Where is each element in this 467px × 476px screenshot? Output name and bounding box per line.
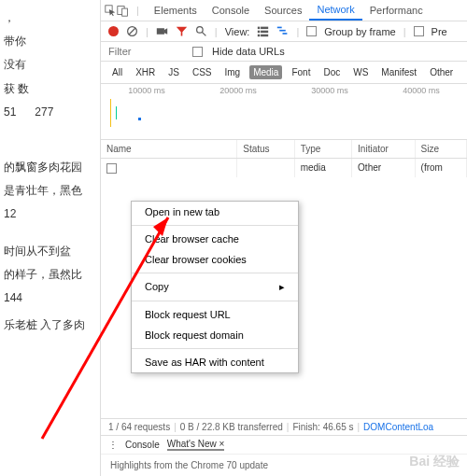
filter-img[interactable]: Img	[220, 65, 244, 79]
svg-line-7	[202, 32, 205, 35]
cell-name	[101, 159, 237, 177]
preserve-label: Pre	[432, 26, 447, 37]
divider: |	[403, 26, 406, 37]
waterfall-view-icon[interactable]	[276, 25, 289, 37]
svg-rect-8	[258, 27, 260, 29]
svg-rect-15	[280, 30, 287, 32]
svg-line-4	[129, 28, 135, 35]
menu-clear-cookies[interactable]: Clear browser cookies	[132, 249, 298, 270]
col-size[interactable]: Size	[416, 140, 467, 158]
drawer-tab-console[interactable]: Console	[125, 440, 160, 450]
svg-rect-16	[283, 33, 288, 35]
devtools-tabs: | Elements Console Sources Network Perfo…	[101, 0, 467, 21]
svg-point-6	[196, 27, 203, 34]
camera-icon[interactable]	[156, 25, 168, 37]
table-row[interactable]: media Other (from	[101, 159, 467, 177]
col-initiator[interactable]: Initiator	[352, 140, 416, 158]
preserve-checkbox[interactable]	[414, 26, 424, 36]
svg-rect-10	[258, 31, 260, 33]
page-text: 乐老桩 入了多肉	[4, 316, 96, 334]
record-button[interactable]	[108, 26, 119, 36]
page-text: 带你	[4, 33, 96, 50]
filter-ws[interactable]: WS	[349, 65, 372, 79]
hide-urls-checkbox[interactable]	[192, 47, 203, 57]
filter-css[interactable]: CSS	[189, 65, 216, 79]
filter-row: Hide data URLs	[101, 42, 467, 62]
watermark: Bai 经验	[409, 454, 460, 470]
filter-types: All XHR JS CSS Img Media Font Doc WS Man…	[101, 62, 467, 84]
svg-rect-2	[122, 8, 128, 16]
filter-all[interactable]: All	[108, 65, 126, 79]
chevron-right-icon: ▸	[279, 281, 285, 293]
cell-size: (from	[416, 159, 467, 177]
status-finish: Finish: 46.65 s	[292, 422, 353, 432]
network-table-head: Name Status Type Initiator Size	[101, 140, 467, 159]
timeline[interactable]: 10000 ms 20000 ms 30000 ms 40000 ms	[101, 84, 467, 140]
filter-media[interactable]: Media	[249, 65, 282, 79]
timeline-mark	[110, 99, 111, 127]
kebab-icon[interactable]: ⋮	[108, 440, 118, 450]
cell-type: media	[295, 159, 352, 177]
tab-network[interactable]: Network	[309, 0, 361, 21]
status-dom: DOMContentLoa	[363, 422, 433, 432]
divider: |	[357, 422, 360, 432]
cell-status	[237, 159, 294, 177]
tick: 30000 ms	[311, 86, 348, 95]
timeline-dot	[138, 118, 141, 120]
page-content-pane: ， 带你 没有 获 数 51 277 的飘窗多肉花园 是青壮年，黑色 12 时间…	[0, 0, 101, 476]
svg-rect-11	[261, 31, 268, 33]
tab-sources[interactable]: Sources	[257, 1, 309, 20]
divider: |	[129, 1, 147, 20]
col-status[interactable]: Status	[237, 140, 294, 158]
page-text: 的样子，虽然比	[4, 266, 96, 284]
status-bar: 1 / 64 requests | 0 B / 22.8 KB transfer…	[101, 418, 467, 435]
inspect-icon[interactable]	[105, 5, 117, 17]
device-icon[interactable]	[117, 5, 129, 17]
menu-clear-cache[interactable]: Clear browser cache	[132, 229, 298, 249]
svg-rect-12	[258, 35, 260, 36]
view-label: View:	[225, 26, 250, 37]
filter-xhr[interactable]: XHR	[132, 65, 159, 79]
divider: |	[174, 422, 177, 432]
divider: |	[215, 26, 218, 37]
col-type[interactable]: Type	[295, 140, 352, 158]
drawer-tab-whats-new[interactable]: What's New ×	[167, 439, 225, 451]
filter-doc[interactable]: Doc	[319, 65, 344, 79]
menu-block-domain[interactable]: Block request domain	[132, 325, 298, 345]
filter-manifest[interactable]: Manifest	[377, 65, 420, 79]
svg-rect-5	[157, 28, 164, 35]
page-text: 时间从不到盆	[4, 243, 96, 260]
search-icon[interactable]	[195, 25, 207, 37]
divider	[132, 273, 298, 273]
page-text: 是青壮年，黑色	[4, 182, 96, 200]
filter-icon[interactable]	[176, 25, 188, 37]
menu-open-new-tab[interactable]: Open in new tab	[132, 202, 298, 222]
menu-copy[interactable]: Copy▸	[132, 276, 298, 298]
filter-input[interactable]	[108, 46, 183, 57]
menu-save-har[interactable]: Save as HAR with content	[132, 352, 298, 372]
filter-font[interactable]: Font	[288, 65, 314, 79]
hide-urls-label: Hide data URLs	[212, 46, 285, 57]
tick: 40000 ms	[403, 86, 440, 95]
svg-rect-9	[261, 27, 268, 29]
divider	[132, 225, 298, 226]
clear-icon[interactable]	[126, 25, 138, 37]
page-text: 51 277	[4, 104, 96, 121]
svg-rect-14	[277, 27, 282, 29]
tick: 10000 ms	[128, 86, 165, 95]
divider	[132, 348, 298, 349]
list-view-icon[interactable]	[257, 25, 269, 37]
page-text: 144	[4, 289, 96, 307]
page-text: 12	[4, 205, 96, 223]
menu-block-url[interactable]: Block request URL	[132, 304, 298, 325]
divider: |	[287, 422, 290, 432]
col-name[interactable]: Name	[101, 140, 237, 158]
group-checkbox[interactable]	[306, 26, 317, 36]
tab-performance[interactable]: Performanc	[362, 1, 431, 20]
tab-elements[interactable]: Elements	[147, 1, 205, 20]
status-requests: 1 / 64 requests	[108, 422, 170, 432]
filter-js[interactable]: JS	[164, 65, 183, 79]
tab-console[interactable]: Console	[205, 1, 257, 20]
network-toolbar: | | View: | Group by frame | Pre	[101, 21, 467, 42]
filter-other[interactable]: Other	[426, 65, 457, 79]
